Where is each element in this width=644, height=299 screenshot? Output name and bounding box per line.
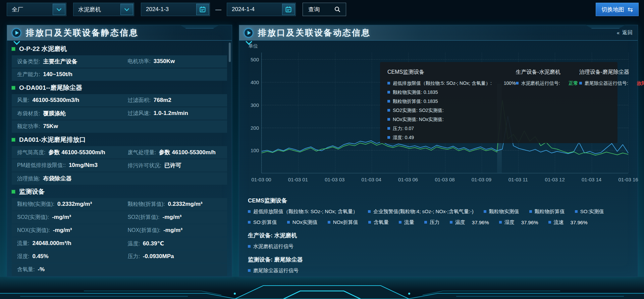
line-chart[interactable]: 单位 100200300400500 01-03 0001-03 0101-03… xyxy=(247,44,630,193)
info-cell: PM超低排排放限值::10mg/Nm3 xyxy=(17,162,127,169)
info-row: 颗粒物(实测值):0.2332mg/m³颗粒物(折算值):0.2332mg/m³ xyxy=(12,198,227,211)
legend-item[interactable]: 含氧量 xyxy=(368,219,389,226)
info-cell: 颗粒物(实测值):0.2332mg/m³ xyxy=(17,201,127,208)
info-row: 风量:46100-55300m3/h过滤面积:768m2 xyxy=(12,94,227,107)
legend-items: 超低排放限值（颗拉物:5: SOz-; NOx; 含氧量）企业预警值(颗粒物:4… xyxy=(248,208,632,226)
date-from-calendar-tile[interactable] xyxy=(196,4,209,15)
play-icon xyxy=(12,28,21,38)
legend-item[interactable]: 流量 xyxy=(399,219,414,226)
legend-item[interactable]: NOx实测值 xyxy=(287,219,318,226)
device-select-dropdown-tile[interactable] xyxy=(120,4,133,15)
date-from-input[interactable]: 2024-1-3 xyxy=(141,3,210,16)
section-title-label: O-P-22 水泥磨机 xyxy=(19,45,67,53)
legend-item-label: 磨尾除尘器运行信号 xyxy=(253,267,299,274)
info-cell: 温度:60.39℃ xyxy=(127,240,222,247)
field-label: 设备类型: xyxy=(17,58,40,65)
blue-square-icon xyxy=(424,221,427,224)
legend-item[interactable]: 水泥磨机运行信号 xyxy=(248,243,293,250)
section-title: 监测设备 xyxy=(12,185,227,198)
query-button[interactable]: 查询 xyxy=(303,3,346,16)
back-link[interactable]: « 返回 xyxy=(617,29,633,36)
legend-item-label: NOx实测值 xyxy=(292,219,318,226)
legend-item-value: 37.96% xyxy=(571,220,588,225)
green-square-icon xyxy=(12,138,15,141)
info-row: 布袋材质:覆膜涤纶过滤风速:1.0-1.2m/min xyxy=(12,107,227,120)
field-label: SO2(实测值): xyxy=(17,214,49,221)
info-row: NOX(实测值):-mg/m³NOX(折算值):-mg/m³ xyxy=(12,224,227,237)
info-cell: SO2(折算值):-mg/m³ xyxy=(127,214,222,221)
tooltip-item: 颗粒物折算值: 0.1835 xyxy=(387,99,516,105)
field-value: 24048.000m³/h xyxy=(32,240,71,247)
date-to-input[interactable]: 2024-1-4 xyxy=(227,3,296,16)
blue-square-icon xyxy=(499,221,502,224)
field-value: -% xyxy=(38,266,45,273)
info-cell: 设备类型:主要生产设备 xyxy=(17,58,127,65)
field-value: -0.0930MPa xyxy=(143,253,174,260)
legend-item[interactable]: 湿度37.96% xyxy=(499,219,538,226)
field-label: SO2(折算值): xyxy=(127,214,159,221)
blue-square-icon xyxy=(450,221,452,224)
legend-item[interactable]: SO:折算值 xyxy=(248,219,277,226)
field-label: 排气筒高度: xyxy=(17,149,45,156)
legend-item-label: 颗粒物实测值 xyxy=(489,208,519,215)
switch-map-button[interactable]: 切换地图 ⇆ xyxy=(596,3,639,16)
tooltip-item-label: 超低排放限值（颗拉物:5: SOz-; NOx; 含氧量）: xyxy=(393,80,492,86)
field-label: 含氧量: xyxy=(17,266,35,273)
legend-item-label: 含氧量 xyxy=(374,219,389,226)
x-tick-label: 01-03 08 xyxy=(431,177,459,182)
date-from-value: 2024-1-3 xyxy=(141,6,196,13)
field-value: -mg/m³ xyxy=(163,214,182,221)
scrollbar-thumb[interactable] xyxy=(229,43,231,62)
legend-item-label: 温度 xyxy=(455,219,465,226)
plant-select-dropdown-tile[interactable] xyxy=(53,4,65,15)
legend-item[interactable]: 超低排放限值（颗拉物:5: SOz-; NOx; 含氧量） xyxy=(248,208,358,215)
legend-item[interactable]: 颗粒物实测值 xyxy=(484,208,519,215)
field-label: PM超低排排放限值:: xyxy=(17,162,66,169)
legend-item[interactable]: 磨尾除尘器运行信号 xyxy=(248,267,299,274)
field-label: 湿度: xyxy=(17,253,29,260)
info-row: SO2(实测值):-mg/m³SO2(折算值):-mg/m³ xyxy=(12,211,227,224)
tooltip-column: CEMS监测设备超低排放限值（颗拉物:5: SOz-; NOx; 含氧量）:10… xyxy=(387,69,516,136)
calendar-icon xyxy=(285,6,292,13)
legend-item[interactable]: 企业预警值(颗粒物:4; sOz-; NOx-;含氧气量:-) xyxy=(368,208,474,215)
info-cell: 布袋材质:覆膜涤纶 xyxy=(17,110,127,117)
legend-item[interactable]: SO:实测值 xyxy=(575,208,604,215)
query-button-label: 查询 xyxy=(308,6,320,13)
tooltip-column-title: CEMS监测设备 xyxy=(387,69,516,76)
tooltip-item-label: 湿度: 0.49 xyxy=(393,135,414,141)
section-title: DA001-水泥磨尾排放口 xyxy=(12,133,227,146)
legend-item[interactable]: 压力 xyxy=(424,219,440,226)
date-to-calendar-tile[interactable] xyxy=(282,4,295,15)
plant-select[interactable]: 全厂 xyxy=(7,3,66,16)
field-label: 颗粒物(折算值): xyxy=(127,201,165,208)
tooltip-item: 湿度: 0.49 xyxy=(387,135,516,141)
legend-item[interactable]: NOx折算值 xyxy=(328,219,358,226)
field-value: 已许可 xyxy=(164,162,181,169)
y-tick-label: 500 xyxy=(246,57,259,62)
legend-item[interactable]: 温度37.96% xyxy=(450,219,489,226)
blue-square-icon xyxy=(387,91,390,94)
field-label: NOX(实测值): xyxy=(17,227,50,234)
info-row: 生产能力:140~150t/h xyxy=(12,68,227,81)
y-tick-label: 400 xyxy=(246,79,259,85)
x-tick-label: 01-03 12 xyxy=(541,177,569,182)
field-label: 废气处理量: xyxy=(127,149,156,156)
blue-square-icon xyxy=(368,221,371,224)
legend-item[interactable]: 颗粒物折算值 xyxy=(529,208,565,215)
legend-item-label: 水泥磨机运行信号 xyxy=(253,243,293,250)
blue-square-icon xyxy=(248,221,251,224)
x-tick-label: 01-03 01 xyxy=(284,177,312,182)
info-row: PM超低排排放限值::10mg/Nm3排污许可状况:已许可 xyxy=(12,159,227,172)
double-left-angle-icon: « xyxy=(617,30,620,36)
field-value: 主要生产设备 xyxy=(43,58,77,65)
blue-square-icon xyxy=(529,210,532,213)
info-cell: 过滤风速:1.0-1.2m/min xyxy=(127,110,222,117)
tooltip-column: 生产设备-水泥磨机水泥磨机运行信号:正常 xyxy=(516,69,579,136)
legend-item[interactable]: 流速37.96% xyxy=(548,219,588,226)
info-cell: NOX(折算值):-mg/m³ xyxy=(127,227,222,234)
field-value: 参数 46100-55300m/h xyxy=(159,148,216,156)
green-square-icon xyxy=(12,190,15,193)
static-panel-title: 排放口及关联设备静态信息 xyxy=(26,27,139,38)
legend-item-label: 湿度 xyxy=(504,219,515,226)
device-select[interactable]: 水泥磨机 xyxy=(73,3,134,16)
